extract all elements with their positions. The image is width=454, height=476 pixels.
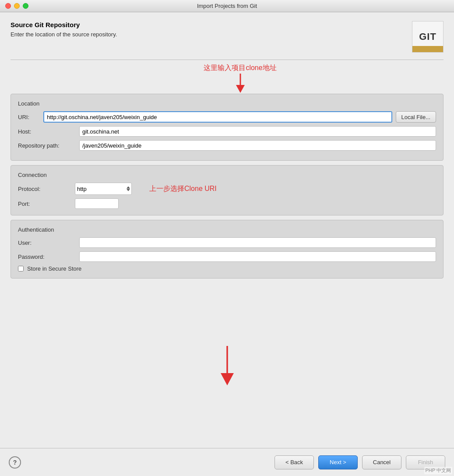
watermark: PHP 中文网 bbox=[424, 467, 452, 474]
window-title: Import Projects from Git bbox=[197, 3, 257, 9]
bottom-left: ? bbox=[9, 456, 21, 469]
uri-row: URI: Local File... bbox=[18, 111, 436, 123]
connection-title: Connection bbox=[18, 172, 436, 178]
port-input[interactable] bbox=[75, 198, 119, 209]
repo-path-label: Repository path: bbox=[18, 142, 79, 149]
page-subtitle: Enter the location of the source reposit… bbox=[11, 31, 117, 38]
back-button[interactable]: < Back bbox=[275, 455, 314, 469]
annotation1-arrow bbox=[232, 74, 249, 93]
git-logo-text: GIT bbox=[419, 31, 436, 42]
annotation2-text: 上一步选择Clone URI bbox=[149, 184, 217, 194]
main-content: Source Git Repository Enter the location… bbox=[0, 12, 454, 448]
bottom-right: < Back Next > Cancel Finish bbox=[21, 455, 445, 469]
maximize-button[interactable] bbox=[23, 3, 28, 9]
header-divider bbox=[11, 60, 443, 60]
protocol-row: Protocol: http https git ssh 上一步选择Clone … bbox=[18, 183, 436, 195]
user-input[interactable] bbox=[79, 237, 436, 248]
protocol-wrapper: http https git ssh bbox=[75, 183, 132, 195]
authentication-title: Authentication bbox=[18, 226, 436, 233]
cancel-button[interactable]: Cancel bbox=[362, 455, 401, 469]
annotation1-text: 这里输入项目clone地址 bbox=[204, 63, 276, 73]
password-input[interactable] bbox=[79, 251, 436, 262]
location-section: Location URI: Local File... Host: Reposi… bbox=[11, 94, 443, 161]
uri-input[interactable] bbox=[43, 111, 392, 123]
git-logo-bar bbox=[412, 46, 443, 52]
port-row: Port: bbox=[18, 198, 436, 209]
user-row: User: bbox=[18, 237, 436, 248]
svg-marker-1 bbox=[236, 85, 245, 93]
page-title: Source Git Repository bbox=[11, 21, 117, 28]
bottom-arrow bbox=[216, 346, 238, 385]
bottom-bar: ? < Back Next > Cancel Finish PHP 中文网 bbox=[0, 448, 454, 476]
store-checkbox-row: Store in Secure Store bbox=[18, 265, 436, 272]
arrow-annotation-area bbox=[11, 283, 443, 448]
repo-path-row: Repository path: bbox=[18, 140, 436, 151]
header-text: Source Git Repository Enter the location… bbox=[11, 21, 117, 38]
titlebar: Import Projects from Git bbox=[0, 0, 454, 12]
close-button[interactable] bbox=[5, 3, 11, 9]
password-label: Password: bbox=[18, 254, 79, 260]
host-label: Host: bbox=[18, 128, 79, 135]
store-checkbox[interactable] bbox=[18, 266, 24, 271]
authentication-section: Authentication User: Password: Store in … bbox=[11, 220, 443, 279]
local-file-button[interactable]: Local File... bbox=[396, 111, 436, 123]
protocol-select[interactable]: http https git ssh bbox=[75, 183, 132, 195]
host-input[interactable] bbox=[79, 126, 436, 137]
git-logo: GIT bbox=[412, 21, 443, 53]
password-row: Password: bbox=[18, 251, 436, 262]
repo-path-input[interactable] bbox=[79, 140, 436, 151]
connection-section: Connection Protocol: http https git ssh … bbox=[11, 165, 443, 215]
next-button[interactable]: Next > bbox=[318, 455, 358, 469]
user-label: User: bbox=[18, 240, 79, 246]
uri-input-wrap bbox=[43, 111, 392, 123]
store-checkbox-label: Store in Secure Store bbox=[27, 265, 81, 272]
window-controls bbox=[5, 3, 28, 9]
host-row: Host: bbox=[18, 126, 436, 137]
header-section: Source Git Repository Enter the location… bbox=[11, 21, 443, 53]
minimize-button[interactable] bbox=[14, 3, 20, 9]
svg-marker-3 bbox=[221, 373, 234, 385]
uri-label: URI: bbox=[18, 114, 40, 120]
port-label: Port: bbox=[18, 201, 75, 207]
protocol-label: Protocol: bbox=[18, 186, 75, 192]
location-title: Location bbox=[18, 100, 436, 107]
help-button[interactable]: ? bbox=[9, 456, 21, 469]
